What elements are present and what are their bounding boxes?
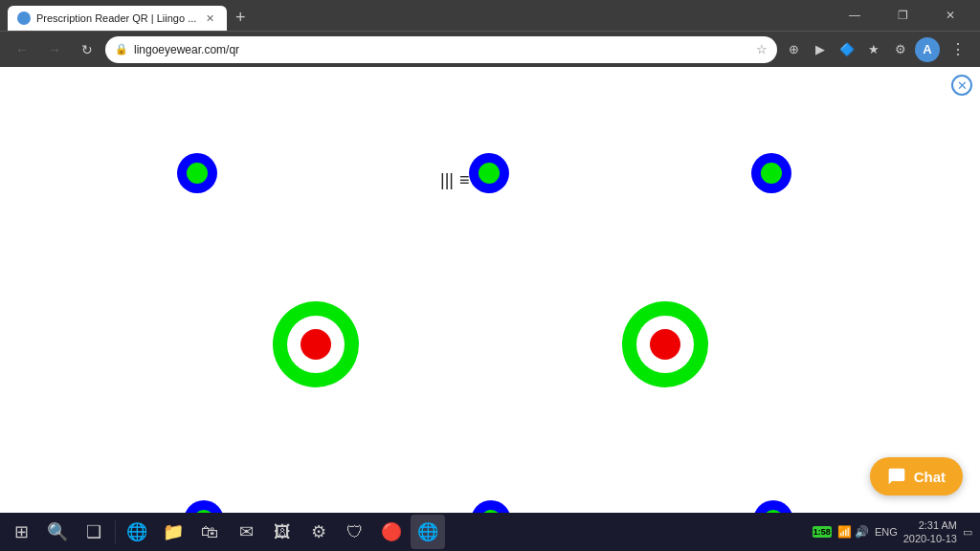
forward-button[interactable]: → [40, 35, 69, 64]
show-desktop-button[interactable]: ▭ [963, 526, 972, 539]
chrome-menu-button[interactable]: ⋮ [944, 35, 972, 64]
user-avatar[interactable]: A [915, 37, 940, 62]
target-red-center [301, 329, 331, 360]
tab-favicon [17, 11, 31, 25]
page-close-button[interactable]: ✕ [951, 75, 972, 96]
target-red-center [650, 329, 680, 360]
photos-icon[interactable]: 🖼 [265, 515, 300, 549]
back-button[interactable]: ← [8, 35, 36, 64]
task-view-button[interactable]: ❑ [77, 515, 111, 549]
network-icon[interactable]: 📶 [837, 525, 852, 539]
minimize-button[interactable]: — [833, 0, 877, 31]
target-white-ring [636, 316, 694, 373]
target-white-ring [287, 316, 345, 373]
extensions-area: ⊕ ▶ 🔷 ★ ⚙ A [781, 37, 940, 62]
ext4-icon[interactable]: ★ [861, 37, 886, 62]
taskbar-right: 1:58 📶 🔊 ENG 2:31 AM 2020-10-13 ▭ [813, 518, 976, 546]
volume-icon[interactable]: 🔊 [855, 525, 869, 539]
restore-button[interactable]: ❐ [880, 0, 924, 31]
address-bar[interactable]: 🔒 lingoeyewear.com/qr ☆ [105, 36, 777, 63]
address-bar-right: ☆ [756, 42, 768, 56]
tab-close-button[interactable]: ✕ [202, 11, 217, 26]
close-window-button[interactable]: ✕ [928, 0, 972, 31]
menu-icon: ≡ [459, 170, 470, 190]
settings-icon[interactable]: ⚙ [301, 515, 336, 549]
language-label: ENG [875, 526, 898, 538]
ext1-icon[interactable]: ⊕ [781, 37, 806, 62]
edge-icon[interactable]: 🌐 [120, 515, 154, 549]
target-small-4[interactable] [184, 500, 224, 513]
taskbar-clock[interactable]: 2:31 AM 2020-10-13 [903, 518, 957, 546]
time-display: 2:31 AM [903, 518, 957, 532]
target-green-center [761, 163, 782, 184]
bookmark-icon[interactable]: ☆ [756, 42, 768, 56]
bars-icon: ||| [440, 170, 454, 190]
center-icons: ||| ≡ [440, 170, 470, 190]
defender-icon[interactable]: 🛡 [338, 515, 372, 549]
target-small-6[interactable] [753, 500, 793, 513]
navigation-bar: ← → ↻ 🔒 lingoeyewear.com/qr ☆ ⊕ ▶ 🔷 ★ ⚙ … [0, 31, 980, 67]
mail-icon[interactable]: ✉ [229, 515, 263, 549]
system-tray-icons: 📶 🔊 [837, 525, 869, 539]
url-text: lingoeyewear.com/qr [134, 43, 750, 56]
page-content: ✕ ||| ≡ [0, 67, 980, 513]
ext3-icon[interactable]: 🔷 [835, 37, 859, 62]
ext5-icon[interactable]: ⚙ [888, 37, 913, 62]
explorer-icon[interactable]: 📁 [156, 515, 190, 549]
window-controls: — ❐ ✕ [833, 0, 972, 31]
chrome-pinned[interactable]: 🌐 [411, 515, 445, 549]
app7-icon[interactable]: 🔴 [374, 515, 409, 549]
refresh-button[interactable]: ↻ [73, 35, 101, 64]
chat-bubble-icon [887, 467, 906, 486]
ext2-icon[interactable]: ▶ [808, 37, 833, 62]
target-small-2[interactable] [469, 153, 509, 193]
chat-button[interactable]: Chat [870, 457, 963, 496]
title-bar: Prescription Reader QR | Liingo ... ✕ + … [0, 0, 980, 31]
store-icon[interactable]: 🛍 [192, 515, 227, 549]
active-tab[interactable]: Prescription Reader QR | Liingo ... ✕ [8, 6, 227, 31]
new-tab-button[interactable]: + [227, 4, 254, 31]
target-small-5[interactable] [471, 500, 511, 513]
target-small-1[interactable] [177, 153, 217, 193]
tab-area: Prescription Reader QR | Liingo ... ✕ + [8, 0, 829, 31]
search-taskbar-button[interactable]: 🔍 [40, 515, 75, 549]
target-large-1[interactable] [273, 301, 359, 387]
chat-label: Chat [914, 469, 946, 485]
tab-title: Prescription Reader QR | Liingo ... [36, 12, 196, 24]
target-large-2[interactable] [622, 301, 708, 387]
browser-window: Prescription Reader QR | Liingo ... ✕ + … [0, 0, 980, 551]
target-green-center [479, 163, 500, 184]
battery-indicator: 1:58 [813, 526, 832, 538]
target-small-3[interactable] [751, 153, 791, 193]
date-display: 2020-10-13 [903, 532, 957, 545]
taskbar-separator-1 [115, 520, 116, 543]
taskbar: ⊞ 🔍 ❑ 🌐 📁 🛍 ✉ 🖼 ⚙ 🛡 🔴 🌐 1:58 📶 🔊 ENG 2:3… [0, 513, 980, 551]
lock-icon: 🔒 [115, 43, 128, 55]
start-button[interactable]: ⊞ [4, 515, 38, 549]
target-green-center [187, 163, 208, 184]
